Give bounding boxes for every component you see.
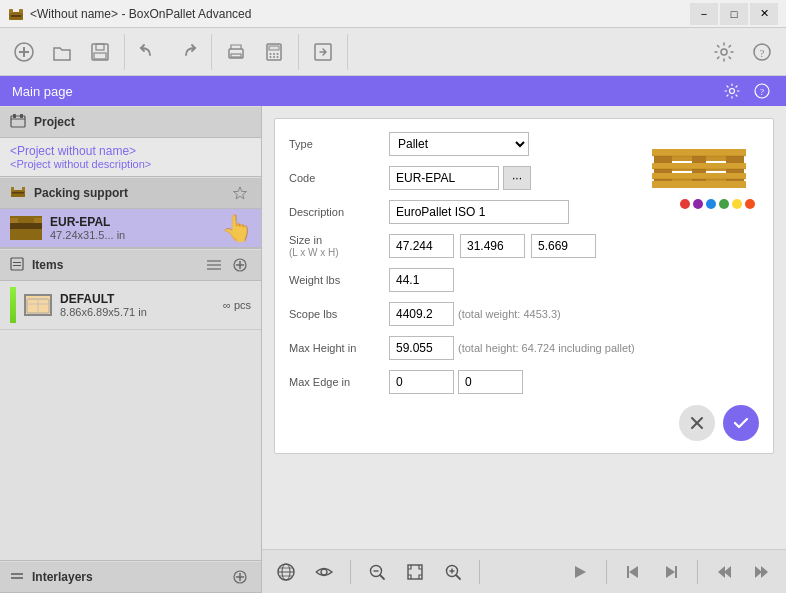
items-list-button[interactable] <box>203 254 225 276</box>
svg-rect-2 <box>9 9 13 13</box>
window-title: <Without name> - BoxOnPallet Advanced <box>30 7 690 21</box>
rewind-button[interactable] <box>708 556 740 588</box>
size-label-text: Size in <box>289 234 322 246</box>
scope-input[interactable] <box>389 302 454 326</box>
detail-card: Type Pallet Code EUR-EPAL ··· <box>274 118 774 454</box>
svg-rect-62 <box>652 173 746 179</box>
svg-rect-11 <box>269 46 279 50</box>
maximize-button[interactable]: □ <box>720 3 748 25</box>
print-button[interactable] <box>218 34 254 70</box>
window-controls: − □ ✕ <box>690 3 778 25</box>
svg-rect-85 <box>627 566 629 578</box>
project-name[interactable]: <Project without name> <box>10 144 251 158</box>
svg-text:?: ? <box>760 46 765 58</box>
description-input[interactable]: EuroPallet ISO 1 <box>389 200 569 224</box>
pallet-item[interactable]: EUR-EPAL 47.24x31.5... in 👆 <box>0 209 261 248</box>
title-bar: <Without name> - BoxOnPallet Advanced − … <box>0 0 786 28</box>
code-input[interactable]: EUR-EPAL <box>389 166 499 190</box>
scope-label: Scope lbs <box>289 308 389 320</box>
fit-button[interactable] <box>399 556 431 588</box>
pallet-item-name: EUR-EPAL <box>50 215 251 229</box>
code-dots-button[interactable]: ··· <box>503 166 531 190</box>
size-width-input[interactable] <box>460 234 525 258</box>
weight-label: Weight lbs <box>289 274 389 286</box>
play-button[interactable] <box>564 556 596 588</box>
globe-button[interactable] <box>270 556 302 588</box>
code-label: Code <box>289 172 389 184</box>
weight-input[interactable] <box>389 268 454 292</box>
svg-rect-6 <box>96 44 104 50</box>
new-button[interactable] <box>6 34 42 70</box>
svg-rect-49 <box>11 573 23 575</box>
svg-rect-35 <box>10 218 18 226</box>
eye-button[interactable] <box>308 556 340 588</box>
help-question-icon-btn[interactable]: ? <box>750 79 774 103</box>
interlayers-add-button[interactable] <box>229 566 251 588</box>
svg-marker-84 <box>629 566 638 578</box>
svg-marker-90 <box>755 566 762 578</box>
project-section: <Project without name> <Project without … <box>0 138 261 177</box>
type-select[interactable]: Pallet <box>389 132 529 156</box>
page-title-bar: Main page ? <box>0 76 786 106</box>
item-color-bar <box>10 287 16 323</box>
svg-rect-27 <box>20 114 23 118</box>
page-title-icons: ? <box>720 79 774 103</box>
fast-forward-button[interactable] <box>746 556 778 588</box>
open-button[interactable] <box>44 34 80 70</box>
project-section-header: Project <box>0 106 261 138</box>
item-row[interactable]: DEFAULT 8.86x6.89x5.71 in ∞ pcs <box>0 281 261 330</box>
main-toolbar: ? <box>0 28 786 76</box>
type-label: Type <box>289 138 389 150</box>
max-height-note: (total height: 64.724 including pallet) <box>458 342 635 354</box>
action-row <box>289 405 759 441</box>
zoom-out-button[interactable] <box>361 556 393 588</box>
pallet-item-icon <box>10 216 42 240</box>
item-size: 8.86x6.89x5.71 in <box>60 306 223 318</box>
svg-point-13 <box>273 53 275 55</box>
pallet-preview-area <box>649 131 759 211</box>
size-height-input[interactable] <box>531 234 596 258</box>
svg-rect-50 <box>11 577 23 579</box>
svg-rect-63 <box>652 181 746 188</box>
svg-text:?: ? <box>760 87 764 97</box>
max-height-input[interactable] <box>389 336 454 360</box>
max-height-row: Max Height in (total height: 64.724 incl… <box>289 335 759 361</box>
project-description[interactable]: <Project without description> <box>10 158 251 170</box>
packing-star-button[interactable] <box>229 182 251 204</box>
calculator-button[interactable] <box>256 34 292 70</box>
size-length-input[interactable] <box>389 234 454 258</box>
svg-rect-3 <box>19 9 23 13</box>
scope-note: (total weight: 4453.3) <box>458 308 561 320</box>
left-panel: Project <Project without name> <Project … <box>0 106 262 593</box>
svg-point-15 <box>270 56 272 58</box>
zoom-in-button[interactable] <box>437 556 469 588</box>
packing-section: Packing support <box>0 177 261 249</box>
max-edge-input-2[interactable] <box>458 370 523 394</box>
export-tools <box>305 34 348 70</box>
step-forward-button[interactable] <box>655 556 687 588</box>
page-title: Main page <box>12 84 720 99</box>
help-button[interactable]: ? <box>744 34 780 70</box>
svg-rect-39 <box>13 265 21 266</box>
max-edge-input-1[interactable] <box>389 370 454 394</box>
file-tools <box>6 34 125 70</box>
cancel-button[interactable] <box>679 405 715 441</box>
settings-gear-icon-btn[interactable] <box>720 79 744 103</box>
confirm-button[interactable] <box>723 405 759 441</box>
step-back-button[interactable] <box>617 556 649 588</box>
redo-button[interactable] <box>169 34 205 70</box>
minimize-button[interactable]: − <box>690 3 718 25</box>
save-button[interactable] <box>82 34 118 70</box>
items-add-button[interactable] <box>229 254 251 276</box>
export-button[interactable] <box>305 34 341 70</box>
svg-line-76 <box>380 575 384 579</box>
undo-button[interactable] <box>131 34 167 70</box>
svg-marker-86 <box>666 566 675 578</box>
close-button[interactable]: ✕ <box>750 3 778 25</box>
settings-button[interactable] <box>706 34 742 70</box>
detail-card-inner: Type Pallet Code EUR-EPAL ··· <box>289 131 759 441</box>
toolbar-separator-4 <box>697 560 698 584</box>
svg-point-17 <box>277 56 279 58</box>
svg-rect-78 <box>408 565 422 579</box>
svg-marker-32 <box>234 187 247 199</box>
